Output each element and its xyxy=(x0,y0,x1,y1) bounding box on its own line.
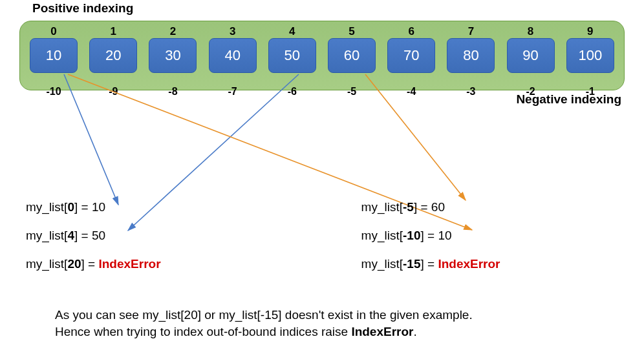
list-slot: 6 70 -4 xyxy=(382,38,440,73)
expr-prefix: my_list[ xyxy=(26,200,67,214)
list-cell: 30 xyxy=(149,38,197,73)
explanation-text: As you can see my_list[20] or my_list[-1… xyxy=(55,307,473,340)
examples-left-column: my_list[0] = 10my_list[4] = 50my_list[20… xyxy=(26,200,161,271)
list-cell: 20 xyxy=(89,38,137,73)
expr-suffix: ] = 10 xyxy=(74,200,105,214)
explanation-indexerror: IndexError xyxy=(351,325,413,338)
explanation-line1: As you can see my_list[20] or my_list[-1… xyxy=(55,308,473,322)
list-slot: 5 60 -5 xyxy=(323,38,381,73)
list-cell: 50 xyxy=(268,38,316,73)
positive-indexing-title: Positive indexing xyxy=(32,1,133,15)
expr-prefix: my_list[ xyxy=(26,229,67,242)
list-slot: 4 50 -6 xyxy=(263,38,321,73)
list-container: 0 10 -10 1 20 -9 2 30 -8 3 40 -7 4 50 -6… xyxy=(19,21,625,90)
list-slot: 3 40 -7 xyxy=(204,38,262,73)
expr-suffix: ] = 10 xyxy=(420,229,451,242)
example-line: my_list[4] = 50 xyxy=(26,229,161,243)
list-cell: 100 xyxy=(566,38,614,73)
expr-suffix: ] = xyxy=(81,257,99,271)
explanation-line2a: Hence when trying to index out-of-bound … xyxy=(55,325,351,338)
example-line: my_list[-5] = 60 xyxy=(361,200,500,214)
explanation-line2c: . xyxy=(413,325,416,338)
expr-prefix: my_list[ xyxy=(26,257,67,271)
list-slot: 7 80 -3 xyxy=(442,38,500,73)
list-cell: 60 xyxy=(328,38,376,73)
list-slot: 8 90 -2 xyxy=(502,38,560,73)
expr-index: -5 xyxy=(403,200,414,214)
expr-index: -15 xyxy=(403,257,420,271)
expr-index: 0 xyxy=(67,200,74,214)
list-slot: 0 10 -10 xyxy=(25,38,83,73)
list-slot: 1 20 -9 xyxy=(84,38,142,73)
example-line: my_list[20] = IndexError xyxy=(26,257,161,271)
list-cell: 70 xyxy=(387,38,435,73)
example-line: my_list[0] = 10 xyxy=(26,200,161,214)
expr-prefix: my_list[ xyxy=(361,257,403,271)
index-error: IndexError xyxy=(438,257,500,271)
expr-index: 4 xyxy=(67,229,74,242)
examples-block: my_list[0] = 10my_list[4] = 50my_list[20… xyxy=(26,200,500,271)
expr-suffix: ] = 60 xyxy=(414,200,445,214)
negative-indexing-title: Negative indexing xyxy=(516,92,621,107)
expr-suffix: ] = 50 xyxy=(74,229,105,242)
example-line: my_list[-10] = 10 xyxy=(361,229,500,243)
expr-suffix: ] = xyxy=(420,257,438,271)
index-error: IndexError xyxy=(98,257,160,271)
example-line: my_list[-15] = IndexError xyxy=(361,257,500,271)
list-cell: 80 xyxy=(447,38,495,73)
expr-prefix: my_list[ xyxy=(361,229,403,242)
examples-right-column: my_list[-5] = 60my_list[-10] = 10my_list… xyxy=(361,200,500,271)
expr-index: 20 xyxy=(67,257,81,271)
list-slot: 2 30 -8 xyxy=(144,38,202,73)
list-cell: 40 xyxy=(209,38,257,73)
list-cell: 10 xyxy=(30,38,78,73)
list-cell: 90 xyxy=(507,38,555,73)
expr-prefix: my_list[ xyxy=(361,200,403,214)
list-slot: 9 100 -1 xyxy=(561,38,619,73)
expr-index: -10 xyxy=(403,229,420,242)
